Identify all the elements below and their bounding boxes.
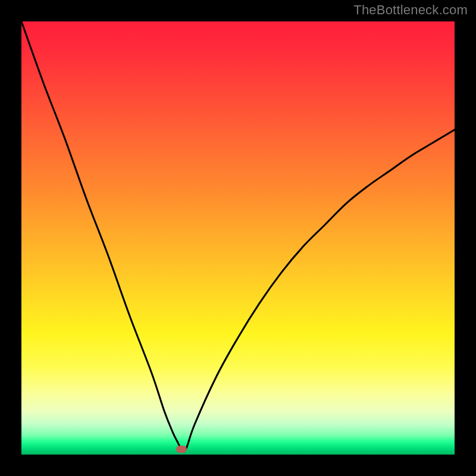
chart-frame: TheBottleneck.com	[0, 0, 476, 476]
curve-svg	[21, 21, 455, 455]
min-marker	[176, 446, 187, 453]
plot-area	[21, 21, 455, 455]
curve-path	[21, 21, 455, 452]
watermark-text: TheBottleneck.com	[353, 2, 468, 18]
